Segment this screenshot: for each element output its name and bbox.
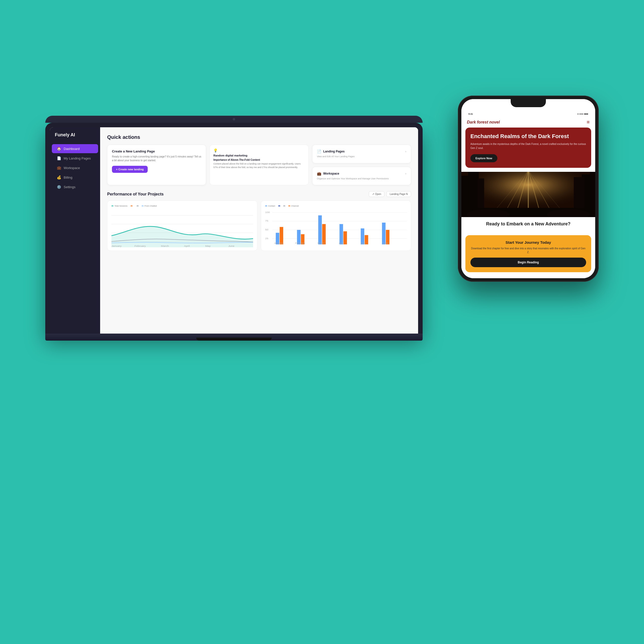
tip-subtitle: Importance of Above-The-Fold Content [213,158,305,161]
create-landing-button[interactable]: + Create new landing [112,166,148,173]
begin-reading-button[interactable]: Begin Reading [470,258,586,267]
laptop-screen-outer: Funely AI 🏠 Dashboard 📄 My Landing Pages… [45,123,423,334]
workspace-chevron: › [405,172,406,175]
phone-menu-icon[interactable]: ≡ [587,119,590,125]
legend-dot-channel [288,206,290,206]
phone-status-bar: 9:41 ● ●●● ■■■ [461,111,595,117]
phone-screen: 9:41 ● ●●● ■■■ Dark forest novel ≡ Encha… [461,99,595,278]
billing-icon: 💰 [57,175,61,179]
landing-page-n-label: Landing Page N [390,193,408,195]
line-chart-legend: Total Sessions [111,205,253,207]
open-icon: ↗ [372,193,374,195]
phone-hero: Enchanted Realms of the Dark Forest Adve… [465,128,591,168]
quick-actions-title: Quick actions [107,134,411,140]
legend-dot-orange [131,206,133,206]
legend-label-channel: Channel [291,205,299,207]
svg-rect-28 [382,223,385,245]
sidebar-item-landing-pages[interactable]: 📄 My Landing Pages [52,154,98,163]
svg-text:February: February [134,245,146,247]
phone-outer: 9:41 ● ●●● ■■■ Dark forest novel ≡ Encha… [458,96,599,282]
landing-pages-link[interactable]: 📄 Landing Pages › [317,149,406,153]
phone-notch [511,99,546,107]
tip-desc: Content placed above the fold on a landi… [213,162,305,169]
landing-page-n-button[interactable]: Landing Page N [386,191,411,197]
sidebar-label-settings: Settings [64,185,75,189]
legend-dot-chatbot [142,206,144,206]
workspace-card[interactable]: 💼 Workspace › Organize and Optimize Your… [312,167,411,185]
legend-dark-blue [278,205,280,207]
workspace-link-desc: Organize and Optimize Your Workspace and… [317,177,406,181]
svg-rect-23 [322,224,326,245]
landing-pages-icon: 📄 [317,149,321,153]
open-button[interactable]: ↗ Open [369,191,384,197]
legend-orange [131,205,134,207]
sidebar-item-workspace[interactable]: 💼 Workspace [52,163,98,172]
phone: 9:41 ● ●●● ■■■ Dark forest novel ≡ Encha… [458,96,599,282]
svg-text:75: 75 [265,220,268,222]
bar-chart-card: Contact Channel [261,200,411,251]
explore-btn-label: Explore Now [475,157,492,160]
charts-grid: Total Sessions [107,200,411,251]
sidebar-logo: Funely AI [50,132,100,144]
phone-cta-desc: Download the first chapter for free and … [470,247,586,254]
workspace-link-title: Workspace [323,172,339,175]
create-landing-card: Create a New Landing Page Ready to creat… [107,145,206,185]
phone-inner: 9:41 ● ●●● ■■■ Dark forest novel ≡ Encha… [461,99,595,278]
legend-dot-gray [137,206,139,206]
legend-gray [137,205,139,207]
phone-bottom-padding [461,272,595,278]
explore-now-button[interactable]: Explore Now [470,154,497,162]
legend-dot-contact [265,206,267,206]
phone-forest-image [461,172,595,217]
sidebar-item-billing[interactable]: 💰 Billing [52,173,98,182]
svg-text:100: 100 [265,211,270,214]
laptop-camera [233,118,235,120]
tip-title: Random digital marketing [213,154,305,157]
create-btn-label: + Create new landing [116,168,144,171]
sidebar-item-dashboard[interactable]: 🏠 Dashboard [52,144,98,153]
scene: Funely AI 🏠 Dashboard 📄 My Landing Pages… [45,96,599,548]
svg-rect-24 [340,224,343,245]
sidebar-label-workspace: Workspace [64,166,80,170]
laptop-base [45,334,423,341]
line-chart-svg: January February March April May June [111,210,253,247]
laptop-camera-bar [45,116,423,123]
phone-cta-card: Start Your Journey Today Download the fi… [465,235,591,272]
legend-dot-sessions [111,206,113,206]
svg-text:January: January [274,242,283,244]
phone-nav: Dark forest novel ≡ [461,117,595,128]
main-content: Quick actions Create a New Landing Page … [100,127,418,334]
sidebar-item-settings[interactable]: ⚙️ Settings [52,182,98,191]
landing-pages-link-desc: View and Edit All Your Landing Pages [317,155,406,158]
svg-rect-22 [318,215,322,244]
workspace-link[interactable]: 💼 Workspace › [317,172,406,176]
landing-pages-link-left: 📄 Landing Pages [317,149,345,153]
sidebar-label-dashboard: Dashboard [64,147,80,151]
workspace-icon: 💼 [57,166,61,170]
tip-icon: 💡 [213,148,305,152]
svg-text:June: June [383,242,388,244]
legend-label-chatbot: From Chatbot [145,205,157,207]
create-card-desc: Ready to create a high-converting landin… [112,155,201,162]
phone-adventure-section: Ready to Embark on a New Adventure? [461,221,595,235]
landing-pages-chevron: › [405,150,406,153]
workspace-icon-link: 💼 [317,172,321,176]
phone-adventure-title: Ready to Embark on a New Adventure? [466,221,590,227]
sidebar: Funely AI 🏠 Dashboard 📄 My Landing Pages… [50,127,100,334]
tip-card: 💡 Random digital marketing Importance of… [210,145,308,185]
svg-rect-25 [343,231,347,245]
phone-nav-logo: Dark forest novel [467,120,500,125]
svg-text:April: April [184,245,190,247]
svg-text:March: March [317,242,324,244]
performance-title: Performance of Your Projects [107,192,164,196]
landing-pages-link-title: Landing Pages [323,150,345,153]
svg-text:January: January [111,245,122,247]
home-icon: 🏠 [57,147,61,151]
landing-pages-card[interactable]: 📄 Landing Pages › View and Edit All Your… [312,145,411,163]
line-chart-card: Total Sessions [107,200,257,251]
legend-sessions: Total Sessions [111,205,128,207]
legend-dot-bar-gray [283,206,285,206]
svg-text:June: June [228,245,234,247]
svg-text:May: May [361,242,366,244]
performance-actions: ↗ Open Landing Page N [369,191,411,197]
